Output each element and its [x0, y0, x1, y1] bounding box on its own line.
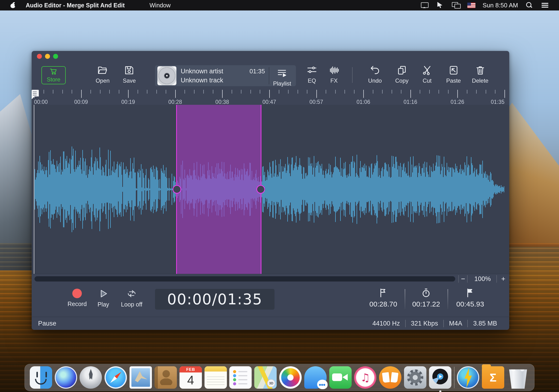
selection-end-handle[interactable] — [256, 185, 265, 194]
input-source-flag-icon[interactable] — [467, 3, 475, 8]
dock-safari-icon[interactable] — [104, 366, 127, 389]
playlist-button[interactable]: Playlist — [273, 68, 291, 87]
playhead-line[interactable] — [34, 105, 34, 274]
notification-center-icon[interactable] — [541, 2, 550, 9]
ruler-tick — [203, 90, 204, 93]
close-button[interactable] — [37, 54, 42, 59]
dock-launchpad-icon[interactable] — [80, 366, 102, 389]
dock-lightning-app-icon[interactable] — [457, 366, 479, 389]
file-format: M4A — [443, 320, 468, 327]
ruler-tick — [44, 90, 44, 93]
dock-siri-icon[interactable] — [55, 366, 77, 389]
ruler-tick — [194, 90, 195, 93]
dock-mail-icon[interactable] — [130, 366, 152, 389]
selection-start-value: 00:28.70 — [370, 300, 397, 308]
store-label: Store — [47, 76, 60, 83]
horizontal-scrollbar[interactable] — [35, 276, 455, 281]
menu-app-name[interactable]: Audio Editor - Merge Split And Edit — [26, 2, 125, 9]
save-button[interactable]: Save — [123, 65, 136, 84]
menu-clock[interactable]: Sun 8:50 AM — [483, 2, 518, 9]
spotlight-icon[interactable] — [525, 2, 534, 9]
calendar-month: FEB — [179, 366, 202, 373]
ruler-tick — [486, 90, 486, 93]
fx-label: FX — [330, 77, 338, 84]
flag-outline-icon — [378, 288, 389, 298]
loop-button[interactable]: Loop off — [121, 289, 142, 308]
apple-leaf — [12, 2, 15, 4]
dock-facetime-icon[interactable] — [329, 366, 352, 389]
bitrate: 321 Kbps — [405, 320, 443, 327]
cut-scissors-icon — [422, 65, 433, 76]
dock-contacts-icon[interactable] — [155, 366, 177, 389]
playhead-marker-flag[interactable] — [32, 90, 39, 99]
dock-system-preferences-icon[interactable] — [404, 366, 426, 389]
dock-maps-icon[interactable]: 3D — [254, 366, 277, 389]
ruler-tick — [438, 90, 439, 93]
displays-icon[interactable] — [452, 2, 460, 9]
ruler-tick — [298, 90, 298, 93]
icon-shape — [86, 369, 95, 384]
copy-button[interactable]: Copy — [395, 65, 409, 84]
dock-ibooks-icon[interactable] — [379, 366, 401, 389]
fx-button[interactable]: FX — [328, 65, 339, 84]
remote-cursor-icon[interactable] — [436, 2, 445, 9]
calendar-day: 4 — [179, 373, 202, 388]
cart-icon — [49, 68, 58, 76]
loop-label: Loop off — [121, 301, 142, 308]
zoom-button[interactable] — [53, 54, 58, 59]
ruler-tick — [410, 90, 411, 98]
ruler-tick — [401, 90, 401, 93]
waveform-canvas[interactable] — [34, 105, 507, 274]
dock-messages-icon[interactable] — [304, 366, 327, 389]
timeline-ruler[interactable]: 00:0000:0900:1900:2800:3800:4700:5701:06… — [32, 89, 509, 105]
selection-end-marker[interactable]: 00:45.93 — [457, 288, 484, 308]
delete-button[interactable]: Delete — [472, 65, 488, 84]
cut-button[interactable]: Cut — [422, 65, 433, 84]
airplay-display-icon[interactable] — [420, 2, 429, 9]
dock-sigma-folder-icon[interactable]: Σ — [482, 366, 504, 389]
dock: FEB 4 3D ♫ Σ — [25, 364, 534, 391]
record-label: Record — [68, 300, 87, 308]
zoom-out-button[interactable]: − — [459, 275, 467, 283]
minimize-button[interactable] — [45, 54, 50, 59]
maps-3d-badge: 3D — [267, 379, 275, 387]
play-button[interactable]: Play — [98, 289, 109, 308]
menu-window[interactable]: Window — [149, 2, 171, 9]
dock-finder-icon[interactable] — [30, 366, 52, 389]
open-button[interactable]: Open — [96, 65, 110, 84]
dock-photos-icon[interactable] — [279, 366, 302, 389]
zoom-in-button[interactable]: + — [499, 275, 508, 283]
icon-shape — [332, 373, 342, 381]
paste-button[interactable]: Paste — [446, 65, 461, 84]
eq-label: EQ — [308, 77, 316, 84]
transport-bar: Record Play Loop off 00:00/01:35 00:28.7… — [32, 283, 509, 317]
eq-button[interactable]: EQ — [306, 65, 317, 84]
dock-itunes-icon[interactable]: ♫ — [354, 366, 376, 389]
window-titlebar[interactable] — [32, 51, 509, 62]
copy-label: Copy — [395, 77, 409, 84]
track-artist: Unknown artist — [181, 68, 223, 75]
ruler-tick — [354, 90, 354, 93]
dock-audio-editor-icon[interactable] — [429, 366, 451, 389]
save-floppy-icon — [124, 65, 135, 76]
selection-start-marker[interactable]: 00:28.70 — [370, 288, 397, 308]
ruler-tick — [495, 90, 495, 93]
music-note-glyph: ♫ — [360, 371, 370, 384]
dock-trash-icon[interactable] — [507, 366, 529, 389]
record-button[interactable]: Record — [68, 289, 87, 308]
cut-label: Cut — [423, 77, 431, 84]
store-button[interactable]: Store — [41, 66, 66, 84]
dock-notes-icon[interactable] — [205, 366, 227, 389]
undo-button[interactable]: Undo — [368, 65, 382, 84]
apple-menu-icon[interactable] — [10, 2, 16, 8]
dock-reminders-icon[interactable] — [229, 366, 252, 389]
undo-label: Undo — [368, 77, 382, 84]
icon-shape — [410, 372, 421, 383]
dock-calendar-icon[interactable]: FEB 4 — [179, 366, 202, 389]
sigma-glyph: Σ — [490, 371, 497, 384]
selection-region[interactable] — [176, 105, 261, 274]
selection-start-handle[interactable] — [173, 185, 181, 194]
icon-shape — [207, 374, 224, 386]
selection-length-marker[interactable]: 00:17.22 — [412, 288, 440, 308]
zoom-row-divider — [496, 275, 497, 283]
